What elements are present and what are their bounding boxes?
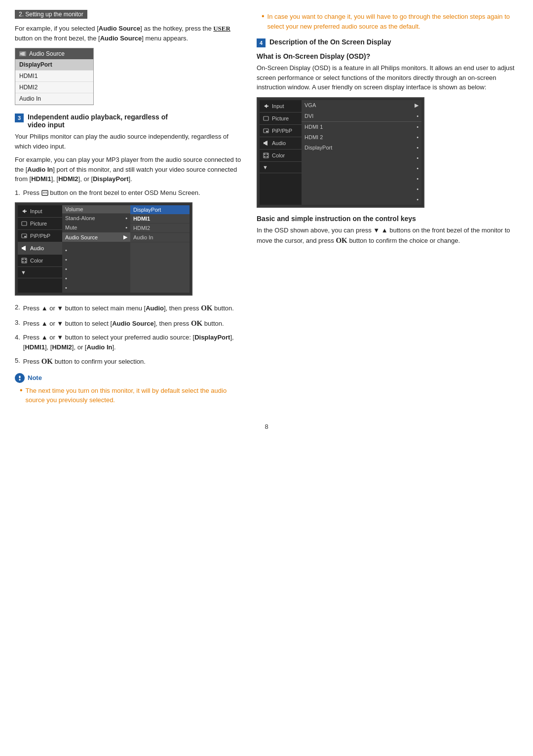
svg-rect-17 bbox=[22, 261, 24, 263]
osd2-down-arrow: ▼ bbox=[263, 164, 268, 170]
svg-rect-21 bbox=[19, 379, 21, 380]
bullet-dot-1: • bbox=[20, 386, 23, 405]
osd-submenu-blank5: • bbox=[62, 274, 130, 283]
svg-marker-1 bbox=[22, 52, 25, 56]
svg-rect-30 bbox=[264, 156, 266, 157]
svg-marker-26 bbox=[265, 141, 267, 146]
section4-header: 4 Description of the On Screen Display bbox=[257, 38, 518, 47]
note-title: Note bbox=[28, 374, 42, 381]
pip-icon bbox=[21, 232, 28, 239]
osd2-color: Color bbox=[260, 150, 302, 162]
osd-sidebar-input: Input bbox=[18, 205, 62, 218]
osd-inner-2: Input Picture PiP/PbP bbox=[260, 100, 421, 205]
osd-submenu-audiosource: Audio Source ▶ bbox=[62, 232, 130, 242]
svg-rect-12 bbox=[22, 247, 23, 249]
step-5: 5. Press OK button to confirm your selec… bbox=[15, 356, 242, 367]
step-4-text: Press ▲ or ▼ button to select your prefe… bbox=[23, 333, 242, 352]
audio-menu-item-hdmi2: HDMI2 bbox=[15, 82, 93, 93]
osd2-picture: Picture bbox=[260, 113, 302, 125]
osd-sidebar-picture: Picture bbox=[18, 218, 62, 230]
page-number: 8 bbox=[15, 423, 518, 430]
osd2-displayport: DisplayPort• bbox=[302, 143, 421, 153]
left-column: 2. Setting up the monitor For example, i… bbox=[15, 10, 242, 408]
osd-sidebar-audio: Audio bbox=[18, 242, 62, 255]
section3-p2: For example, you can play your MP3 playe… bbox=[15, 155, 242, 184]
audio-menu-item-hdmi1: HDMI1 bbox=[15, 71, 93, 82]
svg-rect-20 bbox=[19, 376, 21, 378]
osd-content-1: Volume Stand-Alone • Mute • Audio Source… bbox=[62, 205, 130, 293]
section3-title: Independent audio playback, regardless o… bbox=[28, 113, 168, 129]
osd-sub-title: What is On-Screen Display (OSD)? bbox=[257, 52, 518, 60]
osd-description: On-Screen Display (OSD) is a feature in … bbox=[257, 63, 518, 92]
osd-submenu-blank4: • bbox=[62, 265, 130, 274]
step-5-num: 5. bbox=[15, 356, 20, 367]
osd2-input-icon bbox=[263, 103, 269, 110]
step-2-num: 2. bbox=[15, 302, 20, 314]
osd2-hdmi1: HDMI 1• bbox=[302, 121, 421, 132]
note-icon bbox=[15, 373, 25, 383]
svg-rect-31 bbox=[266, 156, 268, 157]
svg-rect-9 bbox=[22, 222, 27, 226]
down-arrow-icon: ▼ bbox=[21, 269, 26, 275]
svg-rect-0 bbox=[20, 53, 22, 55]
note-text-1: The next time you turn on this monitor, … bbox=[26, 386, 242, 405]
step-1-num: 1. bbox=[15, 188, 20, 198]
section3-p1: Your Philips monitor can play the audio … bbox=[15, 132, 242, 151]
step-3-text: Press ▲ or ▼ button to select [Audio Sou… bbox=[23, 318, 224, 329]
step-2-text: Press ▲ or ▼ button to select main menu … bbox=[23, 302, 234, 314]
note-header: Note bbox=[15, 373, 242, 383]
picture-icon bbox=[21, 220, 28, 227]
svg-rect-8 bbox=[46, 193, 47, 193]
osd-submenu-standalone: Stand-Alone • bbox=[62, 214, 130, 223]
keys-title: Basic and simple instruction on the cont… bbox=[257, 215, 518, 223]
step-5-text: Press OK button to confirm your selectio… bbox=[23, 356, 146, 367]
osd2-label-input: Input bbox=[272, 103, 284, 109]
right-bullet-dot: • bbox=[262, 12, 265, 31]
osd2-hdmi2: HDMI 2• bbox=[302, 132, 421, 143]
svg-rect-28 bbox=[264, 153, 266, 155]
osd2-vga: VGA▶ bbox=[302, 100, 421, 111]
osd2-blank3: • bbox=[302, 174, 421, 184]
svg-rect-22 bbox=[264, 116, 268, 120]
note-bullets: • The next time you turn on this monitor… bbox=[20, 386, 242, 405]
section4-badge: 4 bbox=[257, 38, 266, 47]
osd-label-input: Input bbox=[30, 208, 42, 214]
intro-text: For example, if you selected [Audio Sour… bbox=[15, 24, 242, 43]
osd2-audio-icon bbox=[263, 140, 269, 147]
osd-submenu-blank2: • bbox=[62, 246, 130, 255]
svg-marker-13 bbox=[23, 246, 26, 251]
osd-menu-1: Input Picture PiP/PbP bbox=[15, 202, 192, 296]
osd2-arrow: ▼ bbox=[260, 162, 302, 173]
audio-menu-item-audioin: Audio In bbox=[15, 93, 93, 105]
svg-rect-3 bbox=[43, 192, 44, 192]
osd-sidebar-1: Input Picture PiP/PbP bbox=[18, 205, 62, 293]
osd-panel-hdmi1: HDMI1 bbox=[130, 214, 190, 224]
svg-rect-25 bbox=[264, 142, 265, 144]
osd-inner-1: Input Picture PiP/PbP bbox=[18, 205, 190, 293]
osd-label-audio: Audio bbox=[30, 245, 44, 251]
osd2-pip: PiP/PbP bbox=[260, 125, 302, 137]
osd2-label-audio: Audio bbox=[272, 140, 286, 146]
step-3: 3. Press ▲ or ▼ button to select [Audio … bbox=[15, 318, 242, 329]
osd2-blank2: • bbox=[302, 163, 421, 174]
osd-right-content: VGA▶ DVI• HDMI 1• HDMI 2• DisplayPort• •… bbox=[302, 100, 421, 205]
right-note-bullet-1: • In case you want to change it, you wil… bbox=[262, 12, 518, 31]
right-note-bullets: • In case you want to change it, you wil… bbox=[262, 12, 518, 31]
osd-panel-1: DisplayPort HDMI1 HDMI2 Audio In bbox=[130, 205, 190, 293]
svg-rect-4 bbox=[43, 193, 44, 193]
section4-title: Description of the On Screen Display bbox=[269, 38, 391, 46]
osd2-blank4: • bbox=[302, 184, 421, 194]
section3-badge: 3 bbox=[15, 113, 24, 122]
osd-panel-header: DisplayPort bbox=[130, 205, 190, 214]
step-4: 4. Press ▲ or ▼ button to select your pr… bbox=[15, 333, 242, 352]
osd-submenu-blank3: • bbox=[62, 255, 130, 265]
osd2-label-pip: PiP/PbP bbox=[272, 128, 292, 134]
audio-source-menu: Audio Source DisplayPort HDMI1 HDMI2 Aud… bbox=[15, 48, 94, 105]
osd-sidebar-color: Color bbox=[18, 255, 62, 267]
svg-rect-18 bbox=[25, 261, 26, 263]
keys-text: In the OSD shown above, you can press ▼ … bbox=[257, 226, 518, 246]
svg-rect-24 bbox=[266, 131, 268, 132]
input-icon bbox=[21, 208, 28, 215]
audio-sidebar-icon bbox=[21, 245, 28, 252]
svg-rect-7 bbox=[46, 192, 47, 192]
